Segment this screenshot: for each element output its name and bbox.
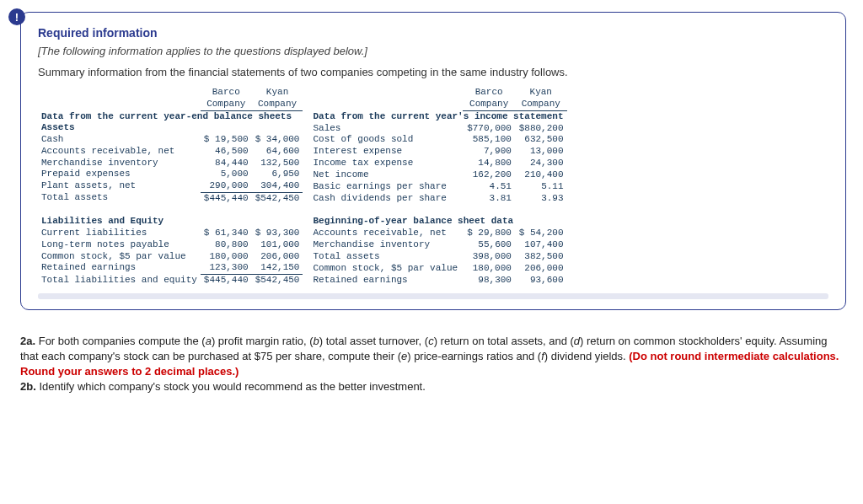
q-part: b — [314, 335, 319, 347]
row-label: Cash — [38, 134, 201, 146]
row-label: Long-term notes payable — [38, 239, 201, 251]
row-label: Cost of goods sold — [309, 134, 463, 146]
row-label: Plant assets, net — [38, 180, 201, 192]
row-label: Common stock, $5 par value — [309, 263, 463, 275]
cell: 3.93 — [515, 193, 567, 205]
cell: 132,500 — [252, 158, 303, 169]
cell: 46,500 — [201, 146, 252, 158]
cell: $445,440 — [201, 192, 252, 204]
cell: $ 93,300 — [252, 228, 303, 239]
col-kyan: Kyan — [252, 87, 303, 99]
cell: 290,000 — [201, 180, 252, 192]
cell: $880,200 — [515, 123, 567, 135]
cell: 5.11 — [515, 181, 567, 193]
row-label: Total assets — [38, 192, 201, 204]
row-label: Net income — [309, 169, 463, 181]
cell: 107,400 — [515, 239, 567, 251]
row-label: Merchandise inventory — [38, 158, 201, 169]
cell: $ 54,200 — [515, 228, 567, 239]
q2a-label: 2a. — [20, 335, 35, 347]
cell: 632,500 — [515, 134, 567, 146]
cell: 80,800 — [201, 239, 252, 251]
balance-sheet-table: Barco Kyan Company Company Data from the… — [38, 87, 303, 287]
col-company: Company — [463, 99, 515, 110]
cell: 142,150 — [252, 262, 303, 274]
required-heading: Required information — [38, 26, 828, 40]
cell: 206,000 — [252, 251, 303, 263]
col-kyan: Kyan — [515, 87, 567, 99]
info-icon: ! — [8, 8, 25, 25]
row-label: Current liabilities — [38, 228, 201, 239]
section-balance: Data from the current year-end balance s… — [38, 110, 303, 122]
cell: $ 61,340 — [201, 228, 252, 239]
section-income: Data from the current year's income stat… — [309, 110, 566, 122]
cell: $542,450 — [252, 275, 303, 287]
cell: $770,000 — [463, 123, 515, 135]
cell: 14,800 — [463, 158, 515, 169]
col-company: Company — [201, 99, 252, 110]
cell: $445,440 — [201, 275, 252, 287]
col-barco: Barco — [201, 87, 252, 99]
row-label: Basic earnings per share — [309, 181, 463, 193]
row-label: Merchandise inventory — [309, 239, 463, 251]
row-label: Retained earnings — [38, 262, 201, 274]
row-label: Total liabilities and equity — [38, 275, 201, 287]
cell: 3.81 — [463, 193, 515, 205]
row-label: Prepaid expenses — [38, 169, 201, 180]
row-label: Assets — [38, 122, 201, 134]
cell: 304,400 — [252, 180, 303, 192]
row-label: Cash dividends per share — [309, 193, 463, 205]
cell: $ 34,000 — [252, 134, 303, 146]
question-block: 2a. For both companies compute the (a) p… — [20, 334, 846, 395]
info-panel: Required information [The following info… — [20, 12, 846, 310]
q-text: Identify which company's stock you would… — [36, 380, 426, 393]
cell: 585,100 — [463, 134, 515, 146]
q-text: ) total asset turnover, ( — [319, 335, 428, 347]
summary-text: Summary information from the financial s… — [38, 66, 828, 78]
cell: 6,950 — [252, 169, 303, 180]
applies-text: [The following information applies to th… — [38, 45, 828, 57]
q-text: ) return on total assets, and ( — [434, 335, 574, 347]
q-text: ) price-earnings ratios and ( — [407, 350, 541, 362]
q-part: a — [206, 335, 212, 347]
row-label: Liabilities and Equity — [38, 216, 201, 228]
cell: 7,900 — [463, 146, 515, 158]
financial-tables: Barco Kyan Company Company Data from the… — [38, 87, 828, 287]
col-company: Company — [252, 99, 303, 110]
cell: 4.51 — [463, 181, 515, 193]
q-part: d — [574, 335, 580, 347]
row-label: Retained earnings — [309, 275, 463, 287]
cell: 84,440 — [201, 158, 252, 169]
horizontal-scrollbar[interactable] — [38, 293, 828, 299]
cell: 162,200 — [463, 169, 515, 181]
cell: 55,600 — [463, 239, 515, 251]
cell: 180,000 — [201, 251, 252, 263]
cell: 24,300 — [515, 158, 567, 169]
row-label: Total assets — [309, 251, 463, 263]
row-label: Sales — [309, 123, 463, 135]
row-label: Accounts receivable, net — [309, 228, 463, 239]
q-text: For both companies compute the ( — [35, 335, 206, 347]
row-label: Interest expense — [309, 146, 463, 158]
cell: 206,000 — [515, 263, 567, 275]
cell: 180,000 — [463, 263, 515, 275]
cell: 398,000 — [463, 251, 515, 263]
cell: $ 19,500 — [201, 134, 252, 146]
q-text: ) profit margin ratio, ( — [212, 335, 314, 347]
cell: 93,600 — [515, 275, 567, 287]
cell: 13,000 — [515, 146, 567, 158]
income-statement-table: Barco Kyan Company Company Data from the… — [309, 87, 566, 287]
section-boy: Beginning-of-year balance sheet data — [309, 216, 566, 228]
cell: $542,450 — [252, 192, 303, 204]
col-company: Company — [515, 99, 567, 110]
cell: 210,400 — [515, 169, 567, 181]
cell: $ 29,800 — [463, 228, 515, 239]
row-label: Accounts receivable, net — [38, 146, 201, 158]
cell: 64,600 — [252, 146, 303, 158]
row-label: Common stock, $5 par value — [38, 251, 201, 263]
cell: 101,000 — [252, 239, 303, 251]
col-barco: Barco — [463, 87, 515, 99]
cell: 123,300 — [201, 262, 252, 274]
q-text: ) dividend yields. — [544, 350, 629, 362]
cell: 98,300 — [463, 275, 515, 287]
